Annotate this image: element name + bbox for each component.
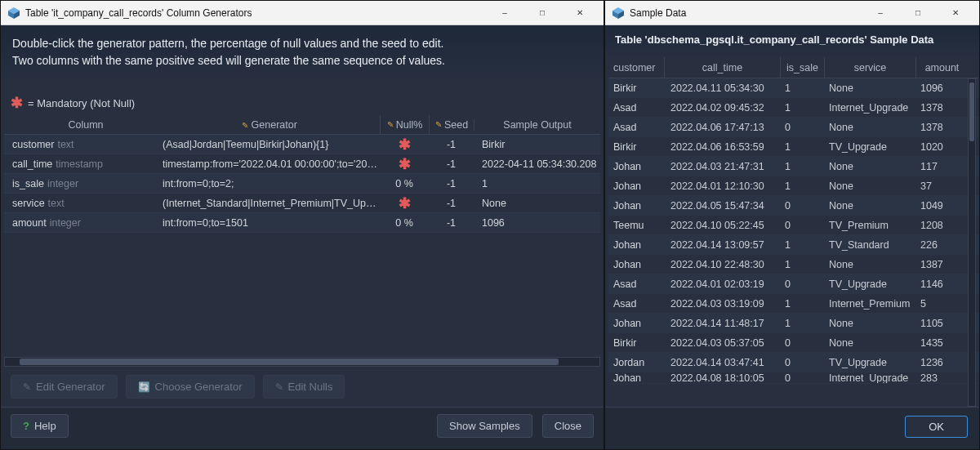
help-button[interactable]: ? Help — [11, 414, 69, 438]
generator-row[interactable]: is_saleintegerint:from=0;to=2;0 %-11 — [4, 174, 600, 194]
cell-is-sale: 0 — [780, 333, 824, 352]
cell-customer: Birkir — [608, 82, 664, 94]
seed-cell[interactable]: -1 — [429, 178, 474, 189]
sample-output-cell: None — [474, 198, 600, 209]
sample-output-cell: 1 — [474, 178, 600, 189]
cell-amount: 1146 — [915, 274, 968, 293]
column-name-cell[interactable]: customertext — [4, 139, 159, 150]
sample-row[interactable]: Johan2022.04.08 18:10:050Internet_Upgrad… — [608, 372, 979, 384]
instructions: Double-click the generator pattern, the … — [1, 25, 604, 84]
sample-row[interactable]: Asad2022.04.01 02:03:190TV_Upgrade1146 — [608, 274, 979, 294]
cell-amount: 1049 — [915, 196, 968, 215]
ok-button[interactable]: OK — [905, 416, 968, 438]
cell-service: Internet_Upgrade — [824, 372, 915, 383]
column-name-cell[interactable]: amountinteger — [4, 217, 159, 229]
sample-row[interactable]: Johan2022.04.03 21:47:311None117 — [608, 157, 979, 176]
cell-call-time: 2022.04.05 15:47:34 — [664, 196, 780, 215]
minimize-button[interactable]: – — [862, 1, 899, 25]
cell-call-time: 2022.04.10 22:48:30 — [664, 255, 780, 274]
cell-service: TV_Upgrade — [824, 353, 915, 372]
edit-generator-button[interactable]: ✎ Edit Generator — [11, 375, 118, 399]
sample-row[interactable]: Birkir2022.04.03 05:37:050None1435 — [608, 333, 979, 353]
generator-cell[interactable]: (Internet_Standard|Internet_Premium|TV_U… — [159, 198, 380, 209]
close-window-button[interactable]: ✕ — [937, 1, 974, 25]
cell-amount: 1435 — [915, 333, 968, 352]
column-name-cell[interactable]: call_timetimestamp — [4, 158, 159, 170]
generator-row[interactable]: servicetext(Internet_Standard|Internet_P… — [4, 194, 600, 213]
cell-customer: Birkir — [608, 337, 664, 349]
cell-call-time: 2022.04.01 02:03:19 — [664, 274, 780, 293]
sample-output-cell: 1096 — [474, 217, 600, 229]
help-icon: ? — [23, 420, 29, 432]
cell-customer: Johan — [608, 318, 664, 329]
close-button[interactable]: Close — [542, 414, 594, 438]
sample-row[interactable]: Johan2022.04.10 22:48:301None1387 — [608, 255, 979, 274]
seed-cell[interactable]: -1 — [429, 139, 474, 150]
cell-service: None — [824, 255, 915, 274]
generator-cell[interactable]: (Asad|Jordan|Teemu|Birkir|Johan){1} — [159, 139, 380, 150]
sample-row[interactable]: Johan2022.04.05 15:47:340None1049 — [608, 196, 979, 216]
cell-service: None — [824, 333, 915, 352]
show-samples-button[interactable]: Show Samples — [437, 414, 532, 438]
close-window-button[interactable]: ✕ — [561, 1, 599, 25]
edit-nulls-button[interactable]: ✎ Edit Nulls — [263, 375, 345, 399]
generator-row[interactable]: call_timetimestamptimestamp:from='2022.0… — [4, 154, 600, 174]
sample-row[interactable]: Asad2022.04.06 17:47:130None1378 — [608, 118, 979, 137]
mandatory-legend: ✱ = Mandatory (Not Null) — [1, 84, 604, 115]
horizontal-scrollbar[interactable] — [4, 357, 600, 367]
sample-row[interactable]: Johan2022.04.14 13:09:571TV_Standard226 — [608, 235, 979, 255]
sample-row[interactable]: Asad2022.04.02 09:45:321Internet_Upgrade… — [608, 98, 979, 118]
cell-is-sale: 0 — [780, 353, 824, 372]
cell-amount: 1387 — [915, 255, 968, 274]
seed-cell[interactable]: -1 — [429, 198, 474, 209]
pencil-icon: ✎ — [387, 120, 394, 129]
vertical-scrollbar[interactable] — [968, 78, 976, 407]
column-name-cell[interactable]: servicetext — [4, 198, 159, 209]
generator-row[interactable]: customertext(Asad|Jordan|Teemu|Birkir|Jo… — [4, 135, 600, 154]
mandatory-asterisk-icon: ✱ — [399, 137, 411, 152]
column-name-cell[interactable]: is_saleinteger — [4, 178, 159, 189]
sample-row[interactable]: Johan2022.04.14 11:48:171None1105 — [608, 314, 979, 333]
cell-customer: Asad — [608, 298, 664, 310]
generator-cell[interactable]: int:from=0;to=2; — [159, 178, 380, 189]
minimize-button[interactable]: – — [486, 1, 523, 25]
sample-row[interactable]: Birkir2022.04.06 16:53:591TV_Upgrade1020 — [608, 137, 979, 157]
sample-header-row: customer call_time is_sale service amoun… — [608, 57, 979, 78]
maximize-button[interactable]: □ — [899, 1, 937, 25]
maximize-button[interactable]: □ — [523, 1, 561, 25]
seed-cell[interactable]: -1 — [429, 217, 474, 229]
cell-amount: 37 — [915, 176, 968, 195]
sample-row[interactable]: Johan2022.04.01 12:10:301None37 — [608, 176, 979, 196]
null-pct-cell[interactable]: 0 % — [380, 178, 429, 189]
cell-is-sale: 1 — [780, 235, 824, 254]
scrollbar-thumb[interactable] — [969, 82, 974, 141]
null-pct-cell[interactable]: 0 % — [380, 217, 429, 229]
choose-generator-button[interactable]: 🔄 Choose Generator — [126, 375, 255, 399]
sample-row[interactable]: Asad2022.04.03 03:19:091Internet_Premium… — [608, 294, 979, 314]
cell-amount: 1208 — [915, 216, 968, 234]
cell-is-sale: 1 — [780, 78, 824, 97]
cell-is-sale: 1 — [780, 255, 824, 274]
cell-amount: 5 — [915, 294, 968, 313]
cell-customer: Asad — [608, 122, 664, 133]
null-pct-cell[interactable]: ✱ — [380, 196, 429, 211]
sample-row[interactable]: Jordan2022.04.14 03:47:410TV_Upgrade1236 — [608, 353, 979, 372]
cell-is-sale: 0 — [780, 118, 824, 136]
mandatory-asterisk-icon: ✱ — [399, 196, 411, 211]
cell-amount: 283 — [915, 372, 968, 383]
generator-row[interactable]: amountintegerint:from=0;to=15010 %-11096 — [4, 213, 600, 233]
cell-amount: 1236 — [915, 353, 968, 372]
cell-amount: 226 — [915, 235, 968, 254]
seed-cell[interactable]: -1 — [429, 158, 474, 170]
null-pct-cell[interactable]: ✱ — [380, 137, 429, 152]
generators-header-row: Column ✎ Generator ✎ Null% ✎ Seed Sample… — [4, 115, 600, 135]
null-pct-cell[interactable]: ✱ — [380, 157, 429, 172]
generator-cell[interactable]: int:from=0;to=1501 — [159, 217, 380, 229]
cell-service: None — [824, 314, 915, 332]
sample-row[interactable]: Teemu2022.04.10 05:22:450TV_Premium1208 — [608, 216, 979, 235]
sample-row[interactable]: Birkir2022.04.11 05:34:301None1096 — [608, 78, 979, 98]
header-generator: ✎ Generator — [159, 119, 380, 131]
cell-is-sale: 1 — [780, 176, 824, 195]
scrollbar-thumb[interactable] — [20, 359, 559, 365]
generator-cell[interactable]: timestamp:from='2022.04.01 00:00:00';to=… — [159, 158, 380, 170]
